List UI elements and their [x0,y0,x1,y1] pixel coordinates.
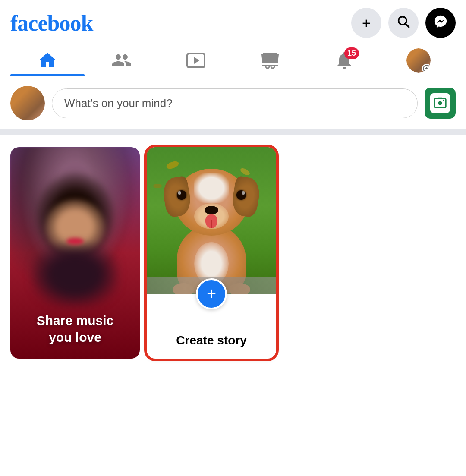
svg-point-9 [438,101,442,105]
tab-marketplace[interactable] [233,44,307,75]
create-story-label: Create story [176,333,246,348]
facebook-logo: facebook [10,10,93,36]
svg-marker-3 [194,57,199,64]
plus-icon: + [207,285,216,302]
svg-point-11 [443,100,444,101]
photo-icon [430,93,450,113]
notification-badge: 15 [344,47,359,59]
story-create[interactable]: + Create story [147,147,276,359]
stories-section: Share musicyou love [0,135,466,371]
user-avatar [10,86,45,120]
header-actions: + [351,8,456,38]
story-music-label: Share musicyou love [10,312,140,346]
tab-notifications[interactable]: 15 [307,44,381,75]
story-music[interactable]: Share musicyou love [10,147,140,359]
section-divider [0,129,466,135]
header: facebook + [0,0,466,42]
svg-rect-4 [263,54,277,55]
post-bar: What's on your mind? [0,77,466,129]
tab-profile[interactable] [381,42,456,77]
photo-button[interactable] [425,88,456,119]
create-plus-button[interactable]: + [196,278,227,309]
add-button[interactable]: + [351,8,381,38]
add-icon: + [362,15,371,32]
tab-friends[interactable] [85,44,159,75]
avatar-badge [422,64,431,73]
messenger-icon [433,14,448,32]
svg-rect-10 [438,98,443,99]
search-button[interactable] [388,8,419,38]
nav-tabs: 15 [0,42,466,77]
story-create-photo [147,147,276,294]
search-icon [396,14,411,32]
tab-home[interactable] [10,44,85,75]
story-create-bottom: + Create story [147,294,276,359]
post-input[interactable]: What's on your mind? [52,88,418,118]
messenger-button[interactable] [425,8,456,38]
svg-line-1 [406,23,409,27]
tab-watch[interactable] [159,44,233,75]
